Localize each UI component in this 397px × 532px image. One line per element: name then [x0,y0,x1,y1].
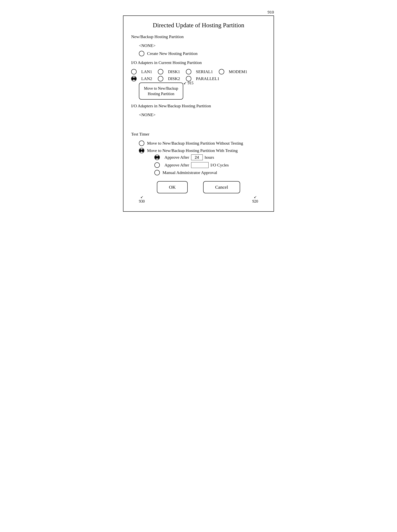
ref-915-label: ↙ 915 [183,81,193,85]
without-testing-label: Move to New/Backup Hosting Partition Wit… [147,141,243,146]
modem1-label: MODEM1 [229,69,247,74]
ref-920-arrow: ↙ [254,195,257,199]
modem1-radio[interactable] [219,69,224,74]
lan2-option[interactable]: LAN2 [131,76,152,81]
without-testing-option[interactable]: Move to New/Backup Hosting Partition Wit… [139,140,266,146]
approve-hours-radio[interactable] [154,155,160,160]
manual-approval-option[interactable]: Manual Administrator Approval [154,170,266,175]
approve-io-input[interactable] [191,162,209,168]
approve-hours-dot [155,156,157,159]
ref-910: 910 [267,10,274,15]
button-refs: ↙ 930 ↙ 920 [131,193,266,204]
with-testing-label: Move to New/Backup Hosting Partition Wit… [147,148,238,153]
with-testing-dot [139,149,142,152]
test-timer-label: Test Timer [131,132,266,137]
move-button[interactable]: Move to New/BackupHosting Partition [139,83,183,100]
dialog-title: Directed Update of Hosting Partition [131,22,266,29]
io-current-label: I/O Adapters in Current Hosting Partitio… [131,60,266,65]
buttons-area: OK Cancel ↙ 930 ↙ 920 [131,181,266,204]
move-button-container: Move to New/BackupHosting Partition ↙ 91… [139,83,266,100]
create-new-partition-option[interactable]: Create New Hosting Partition [139,51,266,56]
disk2-option[interactable]: DISK2 [158,76,180,81]
io-new-backup-label: I/O Adapters in New/Backup Hosting Parti… [131,103,266,109]
buttons-row: OK Cancel [131,181,266,193]
approve-hours-label-before: Approve After [164,155,189,160]
create-new-partition-label: Create New Hosting Partition [147,51,198,56]
adapters-row-2: LAN2 DISK2 PARALLEL1 [131,76,266,81]
test-timer-section: Test Timer Move to New/Backup Hosting Pa… [131,132,266,175]
disk1-label: DISK1 [168,69,180,74]
serial1-label: SERIAL1 [196,69,213,74]
serial1-option[interactable]: SERIAL1 [186,69,213,74]
new-backup-label: New/Backup Hosting Partition [131,34,266,39]
lan2-label: LAN2 [141,76,152,81]
new-backup-none: <NONE> [139,43,266,48]
disk1-option[interactable]: DISK1 [158,69,180,74]
with-testing-option[interactable]: Move to New/Backup Hosting Partition Wit… [139,148,266,153]
parallel1-label: PARALLEL1 [196,76,219,81]
adapters-row-1: LAN1 DISK1 SERIAL1 MODEM1 [131,69,266,74]
ok-button[interactable]: OK [157,181,188,193]
approve-io-label-before: Approve After [164,163,189,168]
ref-930-label: 930 [139,199,145,204]
disk2-radio[interactable] [158,76,163,81]
create-new-partition-radio[interactable] [139,51,144,56]
manual-approval-radio[interactable] [154,170,160,175]
lan1-radio[interactable] [131,69,136,74]
approve-hours-input[interactable] [191,154,203,160]
cancel-button[interactable]: Cancel [203,181,240,193]
with-testing-radio[interactable] [139,148,144,153]
lan2-radio-dot [131,77,134,80]
ref-930-arrow: ↙ [140,195,143,199]
lan2-radio[interactable] [131,76,136,81]
approve-io-option[interactable]: Approve After I/O Cycles [154,162,266,168]
io-new-backup-none: <NONE> [139,112,266,117]
approve-hours-label-after: hours [205,155,214,160]
ref-930-container: ↙ 930 [139,195,145,204]
disk2-label: DISK2 [168,76,180,81]
manual-approval-label: Manual Administrator Approval [162,170,217,175]
sub-options-group: Approve After hours Approve After I/O Cy… [147,154,266,175]
ref-920-container: ↙ 920 [252,195,258,204]
dialog-box: Directed Update of Hosting Partition New… [123,15,274,212]
approve-hours-option[interactable]: Approve After hours [154,154,266,160]
without-testing-radio[interactable] [139,140,144,146]
approve-io-radio[interactable] [154,162,160,168]
lan1-label: LAN1 [141,69,152,74]
lan1-option[interactable]: LAN1 [131,69,152,74]
approve-io-label-after: I/O Cycles [211,163,229,168]
modem1-option[interactable]: MODEM1 [219,69,247,74]
disk1-radio[interactable] [158,69,163,74]
serial1-radio[interactable] [186,69,191,74]
ref-920-label: 920 [252,199,258,204]
